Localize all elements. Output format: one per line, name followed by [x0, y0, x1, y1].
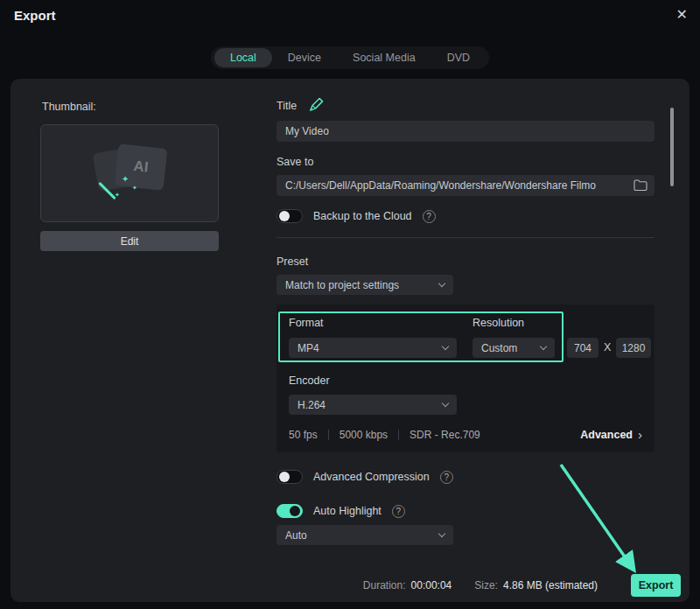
edit-button-label: Edit — [121, 235, 139, 248]
backup-to-cloud-toggle[interactable] — [276, 209, 303, 223]
format-settings-section: Format MP4 Resolution Custom 704 X 1280 … — [276, 304, 654, 452]
chevron-down-icon — [540, 343, 547, 350]
tab-local[interactable]: Local — [214, 48, 272, 67]
encoder-label: Encoder — [289, 374, 330, 387]
backup-to-cloud-label: Backup to the Cloud — [313, 210, 412, 222]
size-info: Size: 4.86 MB (estimated) — [474, 579, 598, 592]
chevron-right-icon: › — [638, 430, 642, 440]
height-value: 1280 — [622, 342, 646, 354]
save-to-label: Save to — [276, 156, 313, 168]
chevron-down-icon — [438, 530, 445, 537]
auto-highlight-label: Auto Highlight — [313, 505, 382, 517]
close-icon[interactable]: ✕ — [676, 7, 688, 23]
advanced-label: Advanced — [580, 429, 633, 441]
auto-highlight-toggle[interactable] — [276, 504, 303, 518]
thumbnail-label: Thumbnail: — [42, 101, 96, 113]
backup-help-icon[interactable]: ? — [423, 210, 436, 223]
export-panel: Thumbnail: AI ✦ ✦ ✦ Edit Title My Video … — [10, 79, 690, 602]
sparkle-icon: ✦ — [122, 174, 129, 184]
duration-info: Duration: 00:00:04 — [363, 579, 452, 592]
tab-social-media[interactable]: Social Media — [337, 48, 431, 67]
ai-edit-pencil-icon[interactable] — [308, 96, 325, 113]
backup-to-cloud-row: Backup to the Cloud ? — [276, 207, 436, 225]
chevron-down-icon — [442, 400, 449, 407]
dialog-title: Export — [14, 8, 56, 23]
resolution-value: Custom — [481, 342, 517, 354]
export-button-label: Export — [639, 579, 674, 592]
title-input-value: My Video — [285, 125, 329, 137]
tab-device[interactable]: Device — [272, 48, 337, 67]
export-tabs: Local Device Social Media DVD — [211, 46, 489, 69]
sparkle-icon: ✦ — [132, 185, 137, 192]
bitrate-value: 5000 kbps — [340, 429, 388, 441]
tab-dvd[interactable]: DVD — [431, 48, 486, 67]
chevron-down-icon — [442, 343, 449, 350]
footer-bar: Duration: 00:00:04 Size: 4.86 MB (estima… — [10, 572, 681, 598]
ai-card-label: AI — [133, 158, 150, 177]
duration-label: Duration: — [363, 579, 406, 592]
advanced-settings-link[interactable]: Advanced › — [580, 429, 642, 441]
title-label: Title — [276, 100, 297, 112]
color-space-value: SDR - Rec.709 — [410, 429, 480, 441]
advanced-compression-label: Advanced Compression — [313, 471, 430, 483]
encoder-dropdown[interactable]: H.264 — [289, 395, 457, 415]
info-separator — [398, 430, 399, 440]
info-separator — [328, 430, 329, 440]
size-value: 4.86 MB (estimated) — [503, 579, 598, 592]
auto-highlight-value: Auto — [285, 529, 307, 542]
edit-thumbnail-button[interactable]: Edit — [40, 231, 219, 251]
auto-highlight-help-icon[interactable]: ? — [392, 505, 405, 518]
chevron-down-icon — [438, 280, 445, 287]
advanced-compression-toggle[interactable] — [276, 470, 303, 484]
advanced-compression-help-icon[interactable]: ? — [440, 471, 453, 484]
encoder-value: H.264 — [298, 399, 326, 411]
advanced-compression-row: Advanced Compression ? — [276, 468, 453, 486]
auto-highlight-row: Auto Highlight ? — [276, 502, 405, 520]
format-dropdown[interactable]: MP4 — [289, 338, 457, 358]
tab-row: Local Device Social Media DVD — [0, 46, 700, 69]
encoding-info-row: 50 fps 5000 kbps SDR - Rec.709 Advanced … — [289, 429, 642, 441]
sparkle-icon: ✦ — [115, 192, 120, 199]
save-to-path-value: C:/Users/Dell/AppData/Roaming/Wondershar… — [285, 179, 596, 192]
auto-highlight-dropdown[interactable]: Auto — [276, 525, 453, 545]
width-value: 704 — [574, 342, 592, 354]
toggle-knob — [290, 506, 300, 516]
resolution-dropdown[interactable]: Custom — [472, 338, 555, 358]
preset-value: Match to project settings — [285, 279, 399, 291]
title-input[interactable]: My Video — [276, 121, 654, 142]
format-value: MP4 — [298, 342, 319, 354]
size-label: Size: — [474, 579, 498, 592]
height-input[interactable]: 1280 — [616, 338, 651, 358]
preset-dropdown[interactable]: Match to project settings — [276, 275, 453, 295]
save-to-input[interactable]: C:/Users/Dell/AppData/Roaming/Wondershar… — [276, 175, 654, 196]
resolution-label: Resolution — [472, 317, 524, 329]
fps-value: 50 fps — [289, 429, 318, 441]
folder-icon[interactable] — [634, 179, 648, 193]
toggle-knob — [279, 472, 290, 482]
thumbnail-preview: AI ✦ ✦ ✦ — [40, 124, 219, 222]
duration-value: 00:00:04 — [411, 579, 452, 592]
preset-label: Preset — [276, 256, 308, 268]
scrollbar[interactable] — [670, 108, 674, 186]
width-input[interactable]: 704 — [567, 338, 598, 358]
dimension-x-label: X — [604, 341, 611, 354]
format-label: Format — [289, 317, 324, 329]
section-divider — [276, 237, 654, 238]
toggle-knob — [279, 211, 290, 221]
export-button[interactable]: Export — [631, 574, 681, 597]
